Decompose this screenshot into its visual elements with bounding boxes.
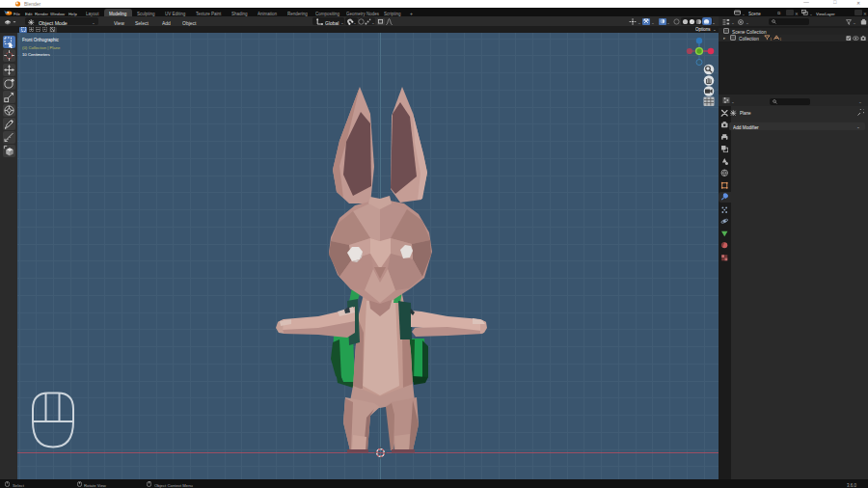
svg-text:1: 1 xyxy=(771,38,773,41)
svg-text:1: 1 xyxy=(779,38,781,41)
